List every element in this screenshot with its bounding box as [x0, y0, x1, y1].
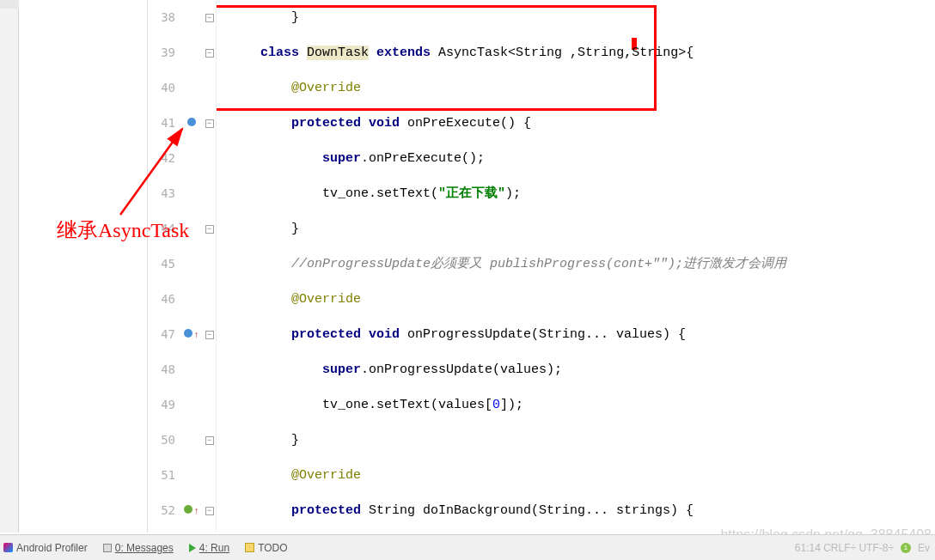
gutter-icon-cell: [180, 282, 203, 317]
gutter-icons: ↑↑: [180, 0, 203, 533]
line-number: 40: [148, 70, 180, 106]
code-line[interactable]: protected String doInBackground(String..…: [217, 493, 935, 528]
line-number: 47: [148, 317, 180, 352]
run-icon: [189, 544, 196, 552]
fold-toggle-icon[interactable]: −: [205, 49, 214, 58]
gutter-icon-cell: [180, 106, 203, 141]
gutter-icon-cell: [180, 458, 203, 493]
event-log-label: Ev: [918, 542, 930, 554]
todo-tab[interactable]: TODO: [245, 542, 287, 554]
fold-cell[interactable]: −: [205, 211, 214, 247]
code-line[interactable]: }: [217, 211, 935, 247]
code-line[interactable]: @Override: [217, 458, 935, 493]
fold-cell[interactable]: −: [205, 423, 214, 458]
code-line[interactable]: @Override: [217, 282, 935, 317]
line-number: 44: [148, 211, 180, 247]
run-tab[interactable]: 4: Run: [189, 542, 229, 554]
line-number: 39: [148, 35, 180, 70]
profiler-icon: [3, 543, 13, 552]
side-tab-handle: [0, 0, 19, 9]
code-line[interactable]: }: [217, 0, 935, 35]
implements-icon[interactable]: [184, 505, 192, 514]
code-editor[interactable]: 383940414243444546474849505152 ↑↑ −−−−−−…: [19, 0, 935, 533]
line-number: 43: [148, 176, 180, 211]
code-area[interactable]: } class DownTask extends AsyncTask<Strin…: [217, 0, 935, 533]
override-icon[interactable]: [184, 329, 192, 338]
gutter-icon-cell: [180, 211, 203, 247]
bottom-tool-bar: Android Profiler 0: Messages 4: Run TODO…: [0, 534, 935, 560]
gutter-icon-cell: ↑: [180, 317, 203, 352]
cursor-position-label: 61:14 CRLF÷ UTF-8÷: [795, 542, 894, 554]
run-label: 4: Run: [199, 542, 229, 554]
line-number: 46: [148, 282, 180, 317]
project-side-tab[interactable]: [0, 0, 19, 533]
fold-column[interactable]: −−−−−−−: [203, 0, 217, 533]
fold-toggle-icon[interactable]: −: [205, 507, 214, 515]
gutter-icon-cell: [180, 352, 203, 387]
line-number: 49: [148, 387, 180, 423]
code-line[interactable]: //onProgressUpdate必须要又 publishProgress(c…: [217, 247, 935, 282]
gutter-icon-cell: [180, 35, 203, 70]
code-line[interactable]: class DownTask extends AsyncTask<String …: [217, 35, 935, 70]
profiler-label: Android Profiler: [16, 542, 88, 554]
event-log-icon[interactable]: 1: [901, 543, 911, 553]
fold-toggle-icon[interactable]: −: [205, 331, 214, 339]
status-right-group: 61:14 CRLF÷ UTF-8÷ 1 Ev: [795, 542, 930, 554]
fold-toggle-icon[interactable]: −: [205, 14, 214, 22]
fold-cell[interactable]: −: [205, 493, 214, 528]
line-number-gutter: 383940414243444546474849505152: [148, 0, 180, 533]
code-line[interactable]: tv_one.setText("正在下载");: [217, 176, 935, 211]
line-number: 50: [148, 423, 180, 458]
line-number: 45: [148, 247, 180, 282]
line-number: 42: [148, 141, 180, 176]
gutter-icon-cell: [180, 141, 203, 176]
code-line[interactable]: super.onPreExecute();: [217, 141, 935, 176]
line-number: 38: [148, 0, 180, 35]
messages-icon: [103, 544, 112, 552]
left-stub-column: [19, 0, 148, 533]
gutter-icon-cell: ↑: [180, 493, 203, 528]
gutter-icon-cell: [180, 176, 203, 211]
code-line[interactable]: @Override: [217, 70, 935, 106]
messages-label: 0: Messages: [115, 542, 174, 554]
line-number: 52: [148, 493, 180, 528]
code-line[interactable]: tv_one.setText(values[0]);: [217, 387, 935, 423]
override-icon[interactable]: [187, 118, 196, 126]
gutter-icon-cell: [180, 423, 203, 458]
gutter-icon-cell: [180, 247, 203, 282]
messages-tab[interactable]: 0: Messages: [103, 542, 174, 554]
code-line[interactable]: protected void onPreExecute() {: [217, 106, 935, 141]
todo-label: TODO: [258, 542, 287, 554]
fold-cell[interactable]: −: [205, 35, 214, 70]
line-number: 51: [148, 458, 180, 493]
line-number: 41: [148, 106, 180, 141]
code-line[interactable]: }: [217, 423, 935, 458]
todo-icon: [245, 543, 254, 552]
fold-toggle-icon[interactable]: −: [205, 225, 214, 234]
up-arrow-icon: ↑: [193, 330, 199, 340]
gutter-icon-cell: [180, 0, 203, 35]
gutter-icon-cell: [180, 387, 203, 423]
code-line[interactable]: super.onProgressUpdate(values);: [217, 352, 935, 387]
fold-toggle-icon[interactable]: −: [205, 436, 214, 445]
android-profiler-tab[interactable]: Android Profiler: [3, 542, 88, 554]
up-arrow-icon: ↑: [193, 506, 199, 516]
fold-cell[interactable]: −: [205, 0, 214, 35]
code-line[interactable]: protected void onProgressUpdate(String..…: [217, 317, 935, 352]
fold-toggle-icon[interactable]: −: [205, 119, 214, 128]
fold-cell[interactable]: −: [205, 106, 214, 141]
line-number: 48: [148, 352, 180, 387]
gutter-icon-cell: [180, 70, 203, 106]
fold-cell[interactable]: −: [205, 317, 214, 352]
